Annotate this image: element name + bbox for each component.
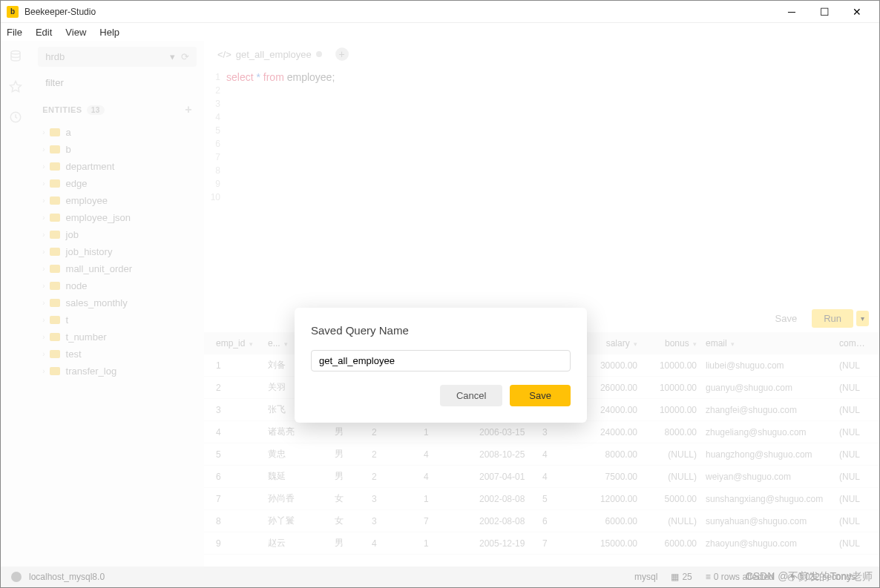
menu-view[interactable]: View (65, 27, 86, 38)
table-cell: 10000.00 (642, 360, 701, 371)
table-cell: 1 (419, 427, 475, 437)
chevron-right-icon: › (42, 350, 45, 358)
entity-name: a (66, 127, 71, 138)
table-cell: 7 (419, 516, 475, 526)
database-icon[interactable] (9, 50, 22, 67)
table-icon (50, 316, 60, 324)
filter-input[interactable] (38, 73, 197, 93)
table-cell: 1 (419, 538, 475, 549)
table-cell: 2 (367, 427, 419, 437)
entity-item[interactable]: ›edge (38, 175, 197, 192)
table-cell: 12000.00 (586, 494, 642, 504)
table-cell: 2 (211, 383, 263, 393)
entity-item[interactable]: ›node (38, 277, 197, 294)
table-row[interactable]: 8孙丫鬟女372002-08-0866000.00(NULL)sunyahuan… (204, 510, 879, 532)
connection-name[interactable]: localhost_mysql8.0 (29, 572, 105, 582)
table-cell: 魏延 (263, 470, 330, 483)
svg-marker-1 (10, 82, 22, 92)
maximize-button[interactable]: ☐ (808, 1, 841, 22)
chevron-right-icon: › (42, 179, 45, 188)
table-row[interactable]: 9赵云男412005-12-19715000.006000.00zhaoyun@… (204, 532, 879, 555)
table-cell: zhaoyun@shuguo.com (701, 538, 835, 549)
db-engine: mysql (634, 572, 657, 582)
column-header[interactable]: salary ▾ (586, 338, 642, 348)
table-cell: huangzhong@shuguo.com (701, 449, 835, 460)
star-icon[interactable] (9, 80, 22, 97)
history-icon[interactable] (9, 110, 22, 128)
line-gutter: 12345678910 (204, 70, 226, 302)
sql-editor[interactable]: 12345678910 select * from employee; (204, 67, 879, 305)
entity-item[interactable]: ›job (38, 226, 197, 243)
entity-item[interactable]: ›employee (38, 192, 197, 209)
database-selector[interactable]: hrdb ▾ ⟳ (38, 47, 197, 67)
column-header[interactable]: emp_id ▾ (211, 338, 263, 348)
minimize-button[interactable]: ─ (775, 1, 808, 22)
entity-item[interactable]: ›a (38, 124, 197, 141)
chevron-right-icon: › (42, 162, 45, 171)
table-cell: sunyahuan@shuguo.com (701, 516, 835, 526)
table-cell: 2005-12-19 (475, 538, 538, 549)
menubar: File Edit View Help (1, 23, 879, 41)
menu-file[interactable]: File (7, 27, 22, 38)
table-cell: 9 (211, 538, 263, 549)
table-icon (50, 162, 60, 171)
table-icon (50, 214, 60, 222)
entity-item[interactable]: ›department (38, 158, 197, 175)
table-cell: 7 (538, 538, 586, 549)
entity-item[interactable]: ›b (38, 141, 197, 158)
table-cell: 女 (330, 492, 367, 505)
entity-item[interactable]: ›mall_unit_order (38, 260, 197, 277)
table-cell: 10000.00 (642, 383, 701, 393)
table-cell: 10000.00 (642, 405, 701, 415)
chevron-right-icon: › (42, 128, 45, 136)
table-row[interactable]: 6魏延男242007-04-0147500.00(NULL)weiyan@shu… (204, 466, 879, 488)
table-cell: 8 (211, 516, 263, 526)
column-header[interactable]: email ▾ (701, 338, 835, 348)
app-title: Beekeeper-Studio (24, 7, 775, 17)
table-row[interactable]: 5黄忠男242008-10-2548000.00(NULL)huangzhong… (204, 443, 879, 466)
column-header[interactable]: comm... ▾ (835, 338, 872, 348)
table-row[interactable]: 7孙尚香女312002-08-08512000.005000.00sunshan… (204, 488, 879, 510)
run-dropdown-button[interactable]: ▾ (856, 311, 869, 326)
entity-item[interactable]: ›employee_json (38, 209, 197, 226)
save-query-button[interactable]: Save (766, 309, 807, 328)
add-entity-button[interactable]: + (185, 103, 192, 116)
table-icon (50, 282, 60, 290)
entity-item[interactable]: ›t_number (38, 328, 197, 346)
entity-item[interactable]: ›job_history (38, 243, 197, 260)
close-button[interactable]: ✕ (841, 1, 873, 22)
entity-name: transfer_log (66, 366, 117, 377)
query-name-input[interactable] (311, 350, 571, 371)
table-icon (50, 145, 60, 153)
table-cell: 2008-10-25 (475, 449, 538, 460)
entity-name: mall_unit_order (66, 263, 133, 274)
cancel-button[interactable]: Cancel (440, 385, 502, 406)
refresh-icon[interactable]: ⟳ (181, 51, 189, 62)
table-cell: 4 (211, 427, 263, 437)
run-query-button[interactable]: Run (812, 309, 853, 328)
menu-help[interactable]: Help (99, 27, 119, 38)
table-cell: 2 (367, 472, 419, 482)
table-row[interactable]: 4诸葛亮男212006-03-15324000.008000.00zhugeli… (204, 421, 879, 443)
table-cell: (NULL) (642, 472, 701, 482)
add-tab-button[interactable]: + (335, 47, 349, 61)
entity-item[interactable]: ›test (38, 346, 197, 363)
table-cell: 7500.00 (586, 472, 642, 482)
table-cell: (NUL (835, 383, 872, 393)
save-button[interactable]: Save (510, 385, 571, 406)
table-cell: 3 (367, 494, 419, 504)
table-cell: 2007-04-01 (475, 472, 538, 482)
entity-name: job (66, 229, 79, 240)
entity-item[interactable]: ›sales_monthly (38, 294, 197, 311)
table-cell: 3 (367, 516, 419, 526)
query-tab[interactable]: </> get_all_employee (211, 46, 328, 63)
column-header[interactable]: bonus ▾ (642, 338, 701, 348)
table-cell: (NULL) (642, 449, 701, 460)
chevron-right-icon: › (42, 265, 45, 273)
entity-item[interactable]: ›t (38, 311, 197, 328)
watermark: CSDN @不剪发的Tony老师 (746, 570, 873, 584)
table-cell: weiyan@shuguo.com (701, 472, 835, 482)
entity-item[interactable]: ›transfer_log (38, 363, 197, 380)
table-cell: 赵云 (263, 537, 330, 549)
menu-edit[interactable]: Edit (36, 27, 52, 38)
